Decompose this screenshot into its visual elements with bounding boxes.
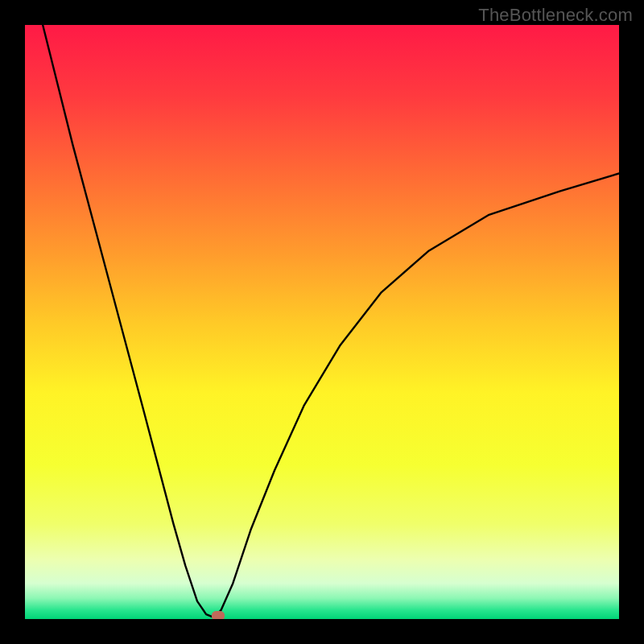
bottleneck-curve xyxy=(25,25,619,619)
optimum-marker xyxy=(212,611,225,619)
chart-frame: { "watermark": "TheBottleneck.com", "cha… xyxy=(0,0,644,644)
plot-area xyxy=(25,25,619,619)
watermark-text: TheBottleneck.com xyxy=(478,5,633,26)
